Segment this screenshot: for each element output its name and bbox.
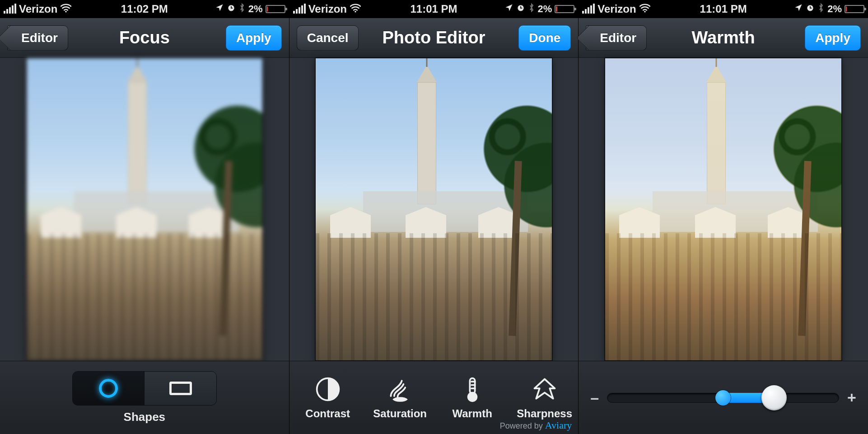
status-bar: Verizon 11:02 PM 2%	[0, 0, 289, 18]
shape-rect-button[interactable]	[144, 372, 216, 405]
warmth-slider[interactable]	[607, 392, 839, 404]
tool-row[interactable]: Contrast Saturation Warmth Sharpness D	[289, 376, 579, 420]
status-bar: Verizon 11:01 PM 2%	[289, 0, 579, 18]
svg-rect-7	[520, 8, 522, 9]
battery-percent: 2%	[827, 3, 842, 15]
tool-saturation[interactable]: Saturation	[371, 376, 429, 420]
photo-preview[interactable]	[605, 58, 842, 361]
battery-percent: 2%	[248, 3, 263, 15]
svg-point-10	[467, 392, 477, 402]
svg-point-4	[355, 11, 356, 12]
tool-label: Contrast	[305, 407, 350, 420]
battery-icon	[555, 5, 574, 13]
cell-signal-icon	[293, 5, 306, 14]
svg-point-0	[65, 11, 67, 12]
battery-icon	[845, 5, 864, 13]
nav-left-button[interactable]: Editor	[7, 25, 68, 51]
tool-label: Sharpness	[517, 407, 572, 420]
battery-percent: 2%	[538, 3, 552, 15]
battery-icon	[266, 5, 285, 13]
bluetooth-icon	[238, 3, 246, 15]
svg-rect-3	[231, 8, 233, 9]
screen-1: Verizon 11:02 PM 2% Editor Focus Apply	[0, 0, 289, 434]
slider-thumb[interactable]	[761, 385, 787, 410]
screen-2: Verizon 11:01 PM 2% Cancel Photo Editor	[289, 0, 579, 434]
shape-segmented-control	[72, 371, 217, 406]
nav-right-button[interactable]: Apply	[805, 25, 861, 51]
nav-bar: Cancel Photo Editor Done	[289, 18, 579, 58]
nav-left-button[interactable]: Editor	[586, 25, 647, 51]
carrier-label: Verizon	[308, 3, 347, 15]
tool-contrast[interactable]: Contrast	[299, 376, 357, 420]
bluetooth-icon	[817, 3, 825, 15]
tool-sharpness[interactable]: Sharpness	[515, 376, 574, 420]
nav-title: Photo Editor	[383, 28, 485, 47]
cell-signal-icon	[4, 5, 16, 14]
nav-bar: Editor Warmth Apply	[579, 18, 868, 58]
location-icon	[794, 3, 803, 15]
nav-right-button[interactable]: Apply	[226, 25, 282, 51]
circle-icon	[99, 379, 118, 398]
photo-preview[interactable]	[26, 58, 263, 361]
bottom-bar: – +	[579, 361, 868, 434]
wifi-icon	[60, 3, 72, 15]
location-icon	[215, 3, 224, 15]
screen-3: Verizon 11:01 PM 2% Editor Warmth Appl	[579, 0, 868, 434]
cell-signal-icon	[582, 5, 595, 14]
location-icon	[504, 3, 513, 15]
shapes-label: Shapes	[124, 410, 166, 424]
wifi-icon	[350, 3, 361, 15]
status-time: 11:01 PM	[700, 3, 747, 15]
tool-warmth[interactable]: Warmth	[443, 376, 502, 420]
carrier-label: Verizon	[19, 3, 57, 15]
bottom-bar: Contrast Saturation Warmth Sharpness D P…	[289, 361, 579, 434]
shape-circle-button[interactable]	[73, 372, 145, 405]
nav-title: Focus	[119, 28, 170, 47]
nav-title: Warmth	[692, 28, 755, 47]
alarm-icon	[516, 3, 525, 15]
status-time: 11:01 PM	[410, 3, 457, 15]
rectangle-icon	[169, 382, 192, 395]
slider-center-dot	[715, 390, 731, 406]
photo-preview[interactable]	[315, 58, 552, 361]
bottom-bar: Shapes	[0, 361, 289, 434]
photo-canvas-area	[0, 58, 289, 361]
powered-by: Powered by Aviary	[500, 420, 572, 431]
alarm-icon	[227, 3, 236, 15]
photo-canvas-area	[289, 58, 579, 361]
bluetooth-icon	[528, 3, 535, 15]
nav-bar: Editor Focus Apply	[0, 18, 289, 58]
status-time: 11:02 PM	[121, 3, 168, 15]
status-bar: Verizon 11:01 PM 2%	[579, 0, 868, 18]
slider-plus[interactable]: +	[847, 389, 856, 406]
slider-minus[interactable]: –	[590, 389, 599, 406]
svg-point-14	[644, 11, 645, 12]
wifi-icon	[639, 3, 651, 15]
nav-left-button[interactable]: Cancel	[297, 25, 359, 51]
photo-canvas-area	[579, 58, 868, 361]
tool-label: Saturation	[373, 407, 427, 420]
alarm-icon	[806, 3, 815, 15]
carrier-label: Verizon	[597, 3, 636, 15]
nav-right-button[interactable]: Done	[518, 25, 571, 51]
tool-label: Warmth	[452, 407, 492, 420]
svg-rect-17	[810, 8, 812, 9]
